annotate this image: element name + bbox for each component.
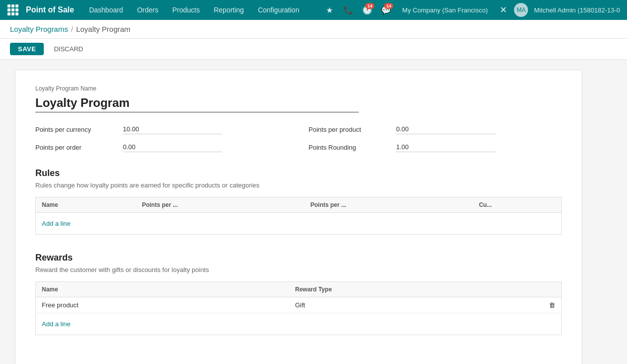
breadcrumb-current: Loyalty Program — [76, 25, 130, 33]
rules-section: Rules Rules change how loyalty points ar… — [35, 168, 562, 235]
program-name-input[interactable] — [35, 94, 359, 112]
topbar: Point of Sale Dashboard Orders Products … — [0, 0, 627, 20]
rules-table: Name Points per ... Points per ... Cu...… — [35, 197, 562, 235]
rewards-table-body: Free product Gift 🗑 Add a line — [36, 297, 562, 335]
chat-badge: 14 — [384, 3, 393, 9]
rules-table-body: Add a line — [36, 213, 562, 235]
rewards-title: Rewards — [35, 253, 562, 263]
rules-add-line-row: Add a line — [36, 213, 562, 235]
rules-col-points-currency: Points per ... — [136, 197, 305, 213]
clock-badge: 14 — [365, 3, 374, 9]
field-label-points-product: Points per product — [309, 126, 388, 133]
rules-add-line-cell: Add a line — [36, 213, 562, 235]
rewards-table: Name Reward Type Free product Gift 🗑 Add… — [35, 281, 562, 335]
nav-item-configuration[interactable]: Configuration — [251, 0, 306, 20]
rules-col-points-product: Points per ... — [305, 197, 473, 213]
discard-button[interactable]: DISCARD — [48, 43, 89, 55]
nav-item-reporting[interactable]: Reporting — [207, 0, 251, 20]
rewards-add-line-row: Add a line — [36, 313, 562, 335]
rewards-add-line-button[interactable]: Add a line — [42, 317, 71, 331]
main-content: Loyalty Program Name Points per currency… — [0, 60, 597, 364]
rewards-add-line-cell: Add a line — [36, 313, 562, 335]
form-card: Loyalty Program Name Points per currency… — [15, 70, 582, 364]
rewards-col-actions — [542, 282, 562, 297]
rules-table-header: Name Points per ... Points per ... Cu... — [36, 197, 562, 213]
nav-item-dashboard[interactable]: Dashboard — [82, 0, 130, 20]
avatar: MA — [514, 3, 528, 17]
breadcrumb-separator: / — [71, 25, 73, 33]
rewards-col-type: Reward Type — [289, 282, 542, 297]
field-points-product: Points per product — [309, 124, 562, 134]
field-label-points-rounding: Points Rounding — [309, 144, 388, 151]
user-name[interactable]: Mitchell Admin (1580182-13-0 — [531, 6, 623, 14]
table-row: Free product Gift 🗑 — [36, 297, 562, 313]
field-points-currency: Points per currency — [35, 124, 289, 134]
field-label-points-order: Points per order — [35, 144, 115, 151]
field-input-points-order[interactable] — [123, 142, 222, 152]
reward-delete-button[interactable]: 🗑 — [542, 297, 562, 313]
apps-menu-button[interactable] — [4, 0, 22, 20]
nav-item-orders[interactable]: Orders — [130, 0, 165, 20]
field-points-order: Points per order — [35, 142, 289, 152]
clock-notification-icon[interactable]: 🕐 14 — [359, 2, 375, 18]
rules-col-name: Name — [36, 197, 136, 213]
reward-name-cell: Free product — [36, 297, 290, 313]
main-nav: Dashboard Orders Products Reporting Conf… — [82, 0, 321, 20]
field-points-rounding: Points Rounding — [309, 142, 562, 152]
topbar-actions: ★ 📞 🕐 14 💬 14 My Company (San Francisco)… — [321, 2, 623, 18]
rules-col-currency: Cu... — [473, 197, 561, 213]
app-title: Point of Sale — [22, 5, 82, 14]
rewards-table-header: Name Reward Type — [36, 282, 562, 297]
field-input-points-currency[interactable] — [123, 124, 222, 134]
rewards-col-name: Name — [36, 282, 290, 297]
chat-notification-icon[interactable]: 💬 14 — [378, 2, 394, 18]
field-input-points-rounding[interactable] — [396, 142, 496, 152]
company-selector[interactable]: My Company (San Francisco) — [397, 6, 493, 14]
rewards-section: Rewards Reward the customer with gifts o… — [35, 253, 562, 335]
rules-title: Rules — [35, 168, 562, 179]
star-icon[interactable]: ★ — [321, 2, 337, 18]
save-button[interactable]: SAVE — [10, 43, 44, 55]
breadcrumb-parent[interactable]: Loyalty Programs — [10, 25, 68, 33]
rewards-description: Reward the customer with gifts or discou… — [35, 266, 562, 273]
breadcrumb: Loyalty Programs / Loyalty Program — [0, 20, 627, 39]
close-icon[interactable]: ✕ — [496, 4, 511, 15]
field-input-points-product[interactable] — [396, 124, 496, 134]
rules-add-line-button[interactable]: Add a line — [42, 217, 71, 230]
rules-description: Rules change how loyalty points are earn… — [35, 182, 562, 189]
grid-icon — [7, 4, 18, 15]
phone-icon[interactable]: 📞 — [340, 2, 356, 18]
nav-item-products[interactable]: Products — [165, 0, 207, 20]
field-label-points-currency: Points per currency — [35, 126, 115, 133]
program-name-label: Loyalty Program Name — [35, 85, 562, 92]
fields-grid: Points per currency Points per product P… — [35, 124, 562, 152]
program-name-section: Loyalty Program Name — [35, 85, 562, 124]
action-bar: SAVE DISCARD — [0, 39, 627, 60]
reward-type-cell: Gift — [289, 297, 542, 313]
